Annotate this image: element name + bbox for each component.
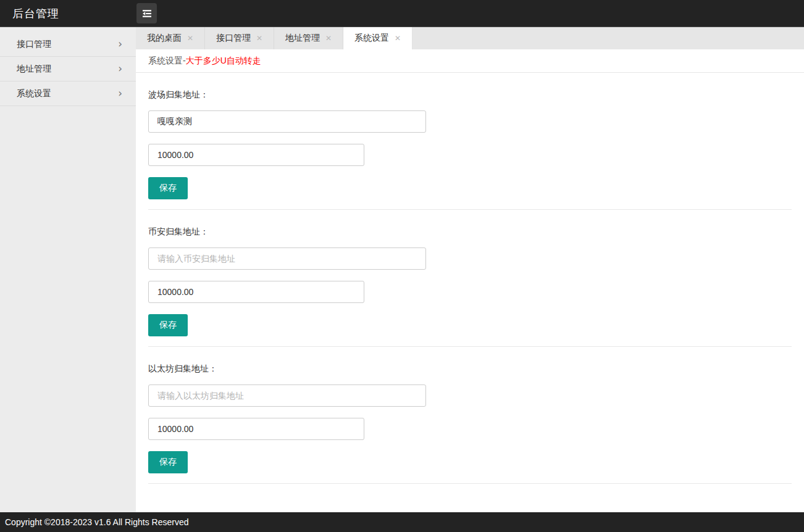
tab-my-desktop[interactable]: 我的桌面 ✕ [136, 27, 205, 49]
tab-label: 接口管理 [216, 33, 251, 44]
tab-label: 系统设置 [354, 33, 389, 44]
page-title-prefix: 系统设置- [148, 56, 186, 67]
menu-fold-button[interactable] [136, 3, 157, 23]
tab-api-management[interactable]: 接口管理 ✕ [205, 27, 274, 49]
tab-close-icon[interactable]: ✕ [325, 35, 332, 42]
sidebar-item-label: 系统设置 [17, 88, 51, 99]
copyright-text: Copyright ©2018-2023 v1.6 All Rights Res… [5, 517, 188, 527]
chevron-right-icon: › [118, 39, 122, 49]
top-header: 后台管理 [0, 0, 804, 27]
tab-bar: 我的桌面 ✕ 接口管理 ✕ 地址管理 ✕ 系统设置 ✕ [136, 27, 804, 49]
tron-save-button[interactable]: 保存 [148, 177, 188, 199]
chevron-right-icon: › [118, 88, 122, 99]
footer: Copyright ©2018-2023 v1.6 All Rights Res… [0, 512, 804, 532]
tron-address-input[interactable] [148, 110, 426, 133]
binance-save-button[interactable]: 保存 [148, 314, 188, 336]
tab-address-management[interactable]: 地址管理 ✕ [274, 27, 343, 49]
sidebar-item-system-settings[interactable]: 系统设置 › [0, 81, 136, 106]
section-divider [148, 483, 792, 484]
main-layout: 接口管理 › 地址管理 › 系统设置 › 我的桌面 ✕ 接口管理 ✕ 地址管理 … [0, 27, 804, 512]
binance-address-label: 币安归集地址： [148, 227, 792, 238]
ethereum-address-label: 以太坊归集地址： [148, 364, 792, 375]
binance-amount-input[interactable] [148, 281, 364, 303]
sidebar: 接口管理 › 地址管理 › 系统设置 › [0, 27, 136, 512]
section-divider [148, 346, 792, 347]
tron-address-label: 波场归集地址： [148, 89, 792, 101]
app-title: 后台管理 [0, 6, 136, 21]
tab-label: 地址管理 [285, 33, 320, 44]
sidebar-item-address-management[interactable]: 地址管理 › [0, 57, 136, 81]
tab-label: 我的桌面 [147, 33, 182, 44]
sidebar-item-label: 地址管理 [17, 64, 51, 75]
sidebar-item-label: 接口管理 [17, 39, 51, 50]
menu-fold-icon [141, 8, 153, 19]
tron-amount-input[interactable] [148, 144, 364, 166]
binance-address-input[interactable] [148, 247, 426, 270]
ethereum-address-input[interactable] [148, 384, 426, 407]
settings-form: 波场归集地址： 保存 币安归集地址： 保存 以太坊归集地址： 保存 [136, 73, 804, 484]
breadcrumb: 系统设置- 大于多少U自动转走 [136, 49, 804, 73]
tab-close-icon[interactable]: ✕ [395, 35, 401, 42]
section-divider [148, 209, 792, 210]
page-title-highlight: 大于多少U自动转走 [186, 56, 261, 67]
tab-system-settings[interactable]: 系统设置 ✕ [343, 27, 412, 49]
content-area: 我的桌面 ✕ 接口管理 ✕ 地址管理 ✕ 系统设置 ✕ 系统设置- 大于多少U自… [136, 27, 804, 512]
ethereum-save-button[interactable]: 保存 [148, 451, 188, 473]
sidebar-item-api-management[interactable]: 接口管理 › [0, 32, 136, 57]
chevron-right-icon: › [118, 64, 122, 74]
tab-close-icon[interactable]: ✕ [256, 35, 262, 42]
tab-close-icon[interactable]: ✕ [187, 35, 193, 42]
ethereum-amount-input[interactable] [148, 418, 364, 440]
